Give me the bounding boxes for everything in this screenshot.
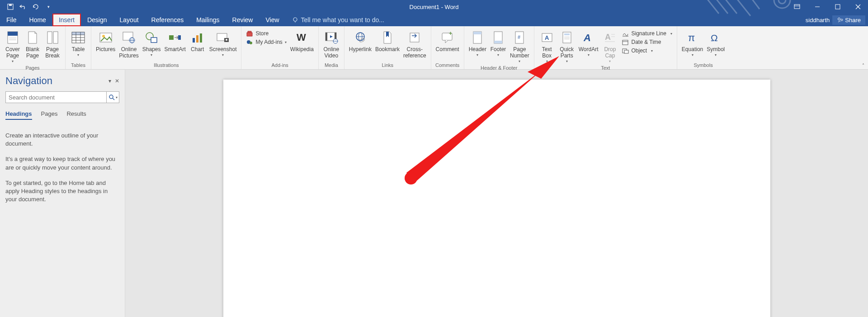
share-button[interactable]: Share [832,15,865,25]
nav-tab-pages[interactable]: Pages [41,110,58,120]
tab-design[interactable]: Design [81,14,113,26]
date-time-button[interactable]: Date & Time [622,38,672,46]
svg-rect-36 [193,38,195,43]
group-label-comments: Comments [431,62,464,69]
window-controls [787,0,868,14]
screenshot-button[interactable]: Screenshot▾ [208,28,239,58]
symbol-button[interactable]: Ω Symbol▾ [705,28,726,58]
page-number-button[interactable]: # Page Number▾ [508,28,531,64]
object-icon [622,47,629,54]
nav-tab-headings[interactable]: Headings [5,110,32,120]
svg-rect-78 [624,50,628,53]
svg-text:#: # [518,34,521,40]
wordart-button[interactable]: A WordArt▾ [577,28,600,58]
group-addins: Store My Add-ins ▾ W Wikipedia Add-ins [241,26,318,69]
workspace: Navigation ▾ ✕ ▾ Headings Pages Results … [0,70,868,317]
nav-dropdown-icon[interactable]: ▾ [108,78,111,84]
group-tables: Table▾ Tables [66,26,91,69]
store-icon [246,30,253,37]
svg-text:+: + [449,31,452,37]
group-links: Hyperlink Bookmark Cross- reference Link… [344,26,431,69]
bookmark-button[interactable]: Bookmark [373,28,401,54]
comment-icon: + [440,30,455,45]
footer-button[interactable]: Footer▾ [488,28,508,58]
object-button[interactable]: Object▾ [622,47,672,54]
nav-close-icon[interactable]: ✕ [115,78,119,84]
tab-insert[interactable]: Insert [52,14,81,26]
user-area: siddharth Share [806,14,868,26]
group-label-pages: Pages [0,64,65,72]
svg-rect-4 [794,5,800,9]
drop-cap-button[interactable]: A Drop Cap▾ [600,28,620,64]
equation-button[interactable]: π Equation▾ [680,28,705,58]
bookmark-icon [380,30,395,45]
hyperlink-icon [353,30,368,45]
addins-icon [246,38,253,46]
quick-parts-button[interactable]: Quick Parts▾ [557,28,577,64]
document-area[interactable] [125,70,868,317]
online-pictures-button[interactable]: Online Pictures [117,28,140,60]
svg-rect-7 [835,5,840,9]
group-pages: Cover Page▾ Blank Page Page Break Pages [0,26,66,69]
ribbon: Cover Page▾ Blank Page Page Break Pages … [0,26,868,70]
pictures-icon [98,30,113,45]
svg-text:Ω: Ω [711,33,718,43]
svg-rect-46 [326,33,327,41]
qat-customize-icon[interactable]: ▾ [45,3,52,10]
chart-button[interactable]: Chart [188,28,208,54]
comment-button[interactable]: + Comment [434,28,461,54]
hyperlink-button[interactable]: Hyperlink [347,28,373,54]
svg-point-41 [226,39,227,41]
tab-layout[interactable]: Layout [113,14,145,26]
tab-review[interactable]: Review [226,14,259,26]
navigation-pane: Navigation ▾ ✕ ▾ Headings Pages Results … [0,70,125,317]
ribbon-display-options-icon[interactable] [787,0,807,14]
blank-page-button[interactable]: Blank Page [23,28,42,60]
quickparts-icon [559,30,575,45]
store-button[interactable]: Store [246,30,286,37]
shapes-button[interactable]: Shapes▾ [141,28,163,58]
dropcap-icon: A [602,30,618,45]
signature-line-button[interactable]: Signature Line▾ [622,30,672,37]
text-box-button[interactable]: A Text Box▾ [537,28,557,64]
wikipedia-icon: W [294,30,310,45]
online-video-button[interactable]: Online Video [321,28,341,60]
close-icon[interactable] [848,0,868,14]
tab-mailings[interactable]: Mailings [190,14,226,26]
page-break-button[interactable]: Page Break [42,28,62,60]
collapse-ribbon-icon[interactable]: ˄ [862,63,864,68]
tab-references[interactable]: References [145,14,190,26]
symbol-icon: Ω [708,30,723,45]
svg-rect-33 [151,38,157,43]
tab-file[interactable]: File [0,14,23,26]
search-box[interactable]: ▾ [5,91,119,103]
cover-page-button[interactable]: Cover Page▾ [3,28,23,64]
tab-view[interactable]: View [259,14,285,26]
user-name[interactable]: siddharth [806,17,830,24]
online-pictures-icon [121,30,137,45]
save-icon[interactable] [7,3,14,10]
group-header-footer: Header▾ Footer▾ # Page Number▾ Header & … [464,26,534,69]
maximize-icon[interactable] [827,0,848,14]
nav-tab-results[interactable]: Results [66,110,86,120]
document-page[interactable] [223,80,770,317]
smartart-button[interactable]: SmartArt [162,28,187,54]
signature-icon [622,30,629,37]
tab-home[interactable]: Home [23,14,52,26]
video-icon [324,30,339,45]
undo-icon[interactable] [19,3,27,10]
my-addins-button[interactable]: My Add-ins ▾ [246,38,286,46]
wikipedia-button[interactable]: W Wikipedia [288,28,316,54]
svg-rect-38 [200,33,202,43]
table-button[interactable]: Table▾ [68,28,88,58]
search-button[interactable]: ▾ [106,92,119,103]
svg-text:W: W [297,32,306,43]
search-input[interactable] [6,94,106,101]
pictures-button[interactable]: Pictures [94,28,117,54]
redo-icon[interactable] [32,3,39,10]
minimize-icon[interactable] [807,0,827,14]
tell-me-box[interactable]: Tell me what you want to do... [286,14,384,26]
cross-reference-button[interactable]: Cross- reference [401,28,428,60]
header-button[interactable]: Header▾ [467,28,488,58]
search-icon [108,94,115,100]
